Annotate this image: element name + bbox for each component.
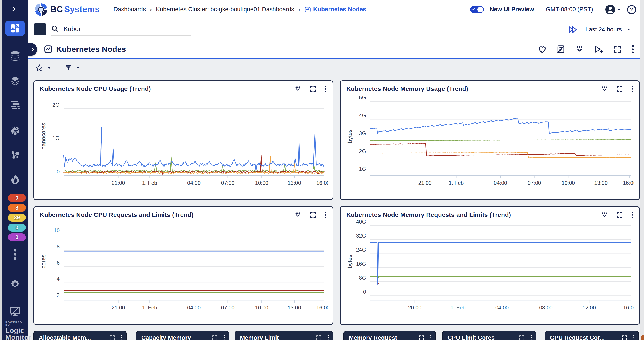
sidebar-item-legacy-ui[interactable] bbox=[2, 306, 28, 317]
widget-kebab-menu-button[interactable] bbox=[631, 85, 633, 92]
user-menu[interactable] bbox=[605, 4, 621, 15]
widget-more-dots-chevron-button[interactable] bbox=[601, 85, 608, 92]
alert-badge-other[interactable]: 0 bbox=[8, 233, 26, 241]
disable-report-button[interactable] bbox=[556, 45, 565, 54]
widget-kebab-menu-button[interactable] bbox=[121, 335, 122, 340]
new-ui-preview-toggle[interactable] bbox=[470, 6, 484, 13]
time-range-value: Last 24 hours bbox=[585, 26, 622, 33]
widget-title: Memory Limit bbox=[240, 335, 279, 340]
svg-text:4: 4 bbox=[57, 276, 60, 282]
chevron-down-icon bbox=[617, 8, 621, 11]
kebab-menu-button[interactable] bbox=[632, 45, 634, 54]
search-icon bbox=[51, 25, 59, 33]
svg-text:16:00: 16:00 bbox=[316, 305, 328, 311]
brand-bc: BC bbox=[50, 5, 63, 14]
svg-text:1. Feb: 1. Feb bbox=[142, 180, 157, 186]
widget-kebab-menu-button[interactable] bbox=[223, 335, 225, 340]
help-icon[interactable]: ? bbox=[627, 5, 636, 14]
kebab-icon bbox=[14, 249, 17, 260]
widget-fullscreen-button[interactable] bbox=[418, 335, 424, 340]
svg-text:04:00: 04:00 bbox=[494, 180, 507, 186]
widget-fullscreen-button[interactable] bbox=[616, 211, 623, 218]
breadcrumb: Dashboards › Kubernetes Cluster: bc-gke-… bbox=[114, 6, 366, 13]
fullscreen-button[interactable] bbox=[613, 45, 622, 54]
star-icon bbox=[36, 64, 43, 72]
widget-title: Kubernetes Node Memory Requests and Limi… bbox=[346, 211, 511, 218]
widget-fullscreen-button[interactable] bbox=[310, 211, 316, 218]
sidebar-item-dashboards[interactable] bbox=[5, 21, 25, 36]
database-icon bbox=[10, 51, 20, 61]
scrollbar[interactable] bbox=[640, 0, 644, 340]
alert-badge-warning[interactable]: 39 bbox=[8, 214, 26, 222]
brand-logo[interactable]: BCSystems bbox=[34, 3, 100, 16]
widget-kebab-menu-button[interactable] bbox=[430, 335, 432, 340]
search-underline bbox=[51, 35, 191, 36]
breadcrumb-current-page[interactable]: Kubernetes Nodes bbox=[304, 6, 366, 13]
widget-more-dots-chevron-button[interactable] bbox=[294, 85, 302, 92]
alert-badge-critical-count: 0 bbox=[15, 195, 18, 201]
widget-kebab-menu-button[interactable] bbox=[324, 211, 327, 218]
svg-text:?: ? bbox=[630, 6, 633, 12]
alert-badge-error[interactable]: 8 bbox=[8, 204, 26, 212]
search-input[interactable] bbox=[64, 25, 170, 33]
widget-fullscreen-button[interactable] bbox=[316, 335, 322, 340]
favorites-dropdown[interactable] bbox=[36, 64, 51, 72]
sidebar-more-menu[interactable] bbox=[2, 249, 28, 260]
layers-icon bbox=[10, 76, 20, 86]
widget-memory-usage-trend: Kubernetes Node Memory Usage (Trend) 1G2… bbox=[340, 80, 640, 200]
alert-badge-info[interactable]: 0 bbox=[8, 224, 26, 232]
svg-text:1G: 1G bbox=[52, 135, 60, 141]
add-dashboard-button[interactable] bbox=[34, 23, 46, 35]
play-forward-icon[interactable] bbox=[568, 25, 578, 34]
svg-text:21:00: 21:00 bbox=[112, 305, 125, 311]
svg-text:13:00: 13:00 bbox=[288, 305, 301, 311]
svg-text:07:00: 07:00 bbox=[221, 305, 234, 311]
sidebar-item-alerts-flame[interactable] bbox=[2, 174, 28, 185]
breadcrumb-dashboards[interactable]: Dashboards bbox=[114, 6, 146, 13]
sidebar-item-resources[interactable] bbox=[2, 51, 28, 61]
widget-kebab-menu-button[interactable] bbox=[633, 335, 635, 340]
powered-by-label: POWERED BY bbox=[5, 321, 28, 327]
widget-fullscreen-button[interactable] bbox=[310, 85, 316, 92]
widget-fullscreen-button[interactable] bbox=[212, 335, 218, 340]
sidebar-item-mapping[interactable] bbox=[2, 125, 28, 136]
cpu-usage-trend-chart: 01G2G21:001. Feb04:0007:0010:0013:0016:0… bbox=[39, 94, 328, 188]
widget-fullscreen-button[interactable] bbox=[519, 335, 525, 340]
widget-kebab-menu-button[interactable] bbox=[631, 211, 633, 218]
widget-kebab-menu-button[interactable] bbox=[324, 85, 327, 92]
alert-badge-critical[interactable]: 0 bbox=[8, 194, 26, 202]
svg-text:13:00: 13:00 bbox=[288, 180, 301, 186]
sidebar-item-settings[interactable] bbox=[2, 279, 28, 289]
alert-badge-warning-count: 39 bbox=[14, 214, 20, 221]
panel-expand-chevron[interactable] bbox=[28, 43, 37, 56]
breadcrumb-cluster[interactable]: Kubernetes Cluster: bc-gke-boutique01 Da… bbox=[156, 6, 294, 13]
widget-kebab-menu-button[interactable] bbox=[327, 335, 329, 340]
sidebar-expand-chevron-icon[interactable] bbox=[8, 3, 19, 14]
chart-square-icon bbox=[304, 6, 311, 13]
slideshow-add-button[interactable] bbox=[594, 45, 603, 54]
breadcrumb-separator-icon: › bbox=[298, 6, 300, 13]
new-ui-preview-label: New UI Preview bbox=[490, 6, 534, 13]
sidebar-item-logs[interactable] bbox=[2, 100, 28, 111]
widget-fullscreen-button[interactable] bbox=[109, 335, 115, 340]
widget-title: Kubernetes Node CPU Usage (Trend) bbox=[40, 85, 151, 92]
filter-dropdown[interactable] bbox=[65, 64, 80, 72]
svg-text:0: 0 bbox=[57, 169, 60, 174]
svg-text:10:00: 10:00 bbox=[255, 305, 268, 311]
sidebar-item-modules[interactable] bbox=[2, 76, 28, 86]
widget-kebab-menu-button[interactable] bbox=[530, 335, 532, 340]
sidebar-item-topology[interactable] bbox=[2, 150, 28, 160]
widget-fullscreen-button[interactable] bbox=[621, 335, 628, 340]
svg-text:07:00: 07:00 bbox=[528, 180, 541, 186]
time-range-selector[interactable]: Last 24 hours bbox=[585, 26, 631, 33]
favorite-heart-button[interactable] bbox=[538, 45, 547, 54]
widget-more-dots-chevron-button[interactable] bbox=[294, 211, 302, 218]
more-dots-chevron-button[interactable] bbox=[575, 45, 584, 54]
widget-more-dots-chevron-button[interactable] bbox=[601, 211, 608, 218]
widget-fullscreen-button[interactable] bbox=[616, 85, 623, 92]
svg-text:04:00: 04:00 bbox=[496, 305, 509, 311]
svg-text:32G: 32G bbox=[356, 233, 366, 239]
svg-text:6: 6 bbox=[57, 260, 60, 266]
chevron-down-icon bbox=[48, 67, 51, 69]
dashboards-icon bbox=[10, 23, 20, 33]
